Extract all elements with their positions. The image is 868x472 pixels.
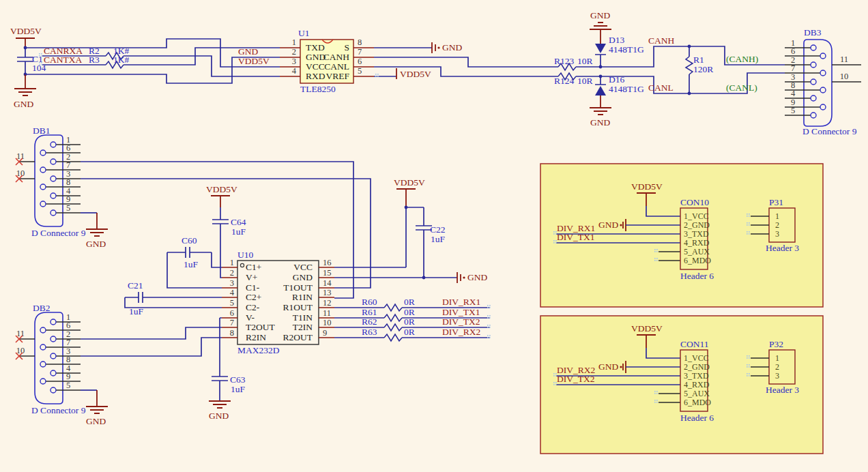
designator: R123 [554, 56, 575, 66]
pin-number: 6 [66, 321, 70, 330]
power-label: GND [14, 99, 33, 109]
pin-number: 6 [791, 46, 795, 56]
designator: R61 [362, 307, 377, 317]
svg-text:C2+: C2+ [246, 292, 261, 302]
connector-type: D Connector 9 [31, 228, 86, 238]
pin-number: 1 [230, 258, 234, 267]
net-label: DIV_RX1 [442, 297, 480, 307]
designator: R62 [362, 316, 377, 327]
connector-type: D Connector 9 [802, 126, 857, 136]
pin-number: 9 [66, 372, 70, 381]
value: 120R [693, 64, 713, 74]
pin-name: 2 [775, 362, 779, 372]
net-label: CANH [648, 35, 675, 46]
capacitor-c22[interactable]: C22 1uF [430, 224, 446, 244]
pin-number: 7 [358, 47, 362, 57]
designator: C63 [230, 374, 246, 385]
pin-name: VCC [306, 61, 325, 72]
pin-name: CANL [324, 61, 349, 72]
pin-name: VREF [326, 71, 349, 81]
pin-number: 4 [230, 288, 235, 297]
power-label: GND [590, 10, 610, 20]
pin-number: 10 [323, 318, 332, 327]
pin-number: 1 [292, 38, 296, 47]
value: 0R [404, 316, 415, 327]
svg-text:T1OUT: T1OUT [283, 282, 313, 293]
pin-number: 6 [358, 57, 362, 66]
schematic-drawing: VDD5V C1 104 GND CANRXA CANTXA R2 1K# R3… [0, 0, 868, 472]
power-label: GND [598, 220, 618, 230]
pin-number: 3 [292, 57, 296, 66]
net-label: VDD5V [238, 56, 270, 66]
pin-number: 5 [230, 298, 234, 308]
pin-name: 3 [775, 229, 779, 239]
designator: P32 [769, 339, 783, 349]
designator: C21 [128, 280, 143, 291]
pin-number: 9 [66, 194, 70, 204]
svg-text:T2IN: T2IN [293, 322, 313, 332]
designator: CON11 [680, 339, 709, 349]
pin-number: 6 [230, 308, 234, 318]
power-label: VDD5V [631, 323, 663, 334]
pin-name: 1_VCC [684, 353, 709, 363]
pin-number: 2 [230, 268, 234, 278]
pin-number: 16 [323, 258, 332, 267]
part-number: MAX232D [237, 345, 280, 355]
pin-name: S [344, 42, 349, 53]
pin-number: 14 [323, 278, 332, 288]
pin-number: 8 [230, 328, 234, 338]
svg-text:GND: GND [293, 272, 313, 282]
pin-name: 2_GND [684, 362, 710, 372]
designator: U1 [298, 28, 310, 38]
power-label: GND [86, 239, 106, 249]
pin-number: 12 [323, 298, 332, 308]
svg-text:V+: V+ [246, 272, 257, 282]
designator: C64 [231, 217, 246, 227]
pin-number: 13 [323, 288, 332, 297]
pin-name: 3_TXD [684, 229, 709, 239]
pin-name: 2 [775, 220, 779, 230]
designator: C22 [430, 224, 446, 235]
value: 1uF [431, 234, 446, 244]
net-label: DIV_RX2 [442, 327, 480, 337]
schematic-sheet: VDD5V C1 104 GND CANRXA CANTXA R2 1K# R3… [0, 0, 868, 472]
pin-number: 9 [323, 328, 327, 338]
net-label: DIV_TX1 [557, 232, 595, 242]
svg-text:VCC: VCC [293, 262, 313, 272]
pin-number: 7 [66, 338, 70, 347]
pin-number: 2 [292, 47, 296, 57]
power-label: GND [598, 362, 618, 372]
designator: DB2 [33, 303, 50, 313]
part-number: TLE8250 [300, 84, 336, 94]
pin-number: 5 [358, 66, 362, 76]
value: 0R [404, 327, 415, 337]
net-label: DIV_TX1 [442, 307, 480, 317]
net-label: CANL [648, 83, 674, 93]
pin-number: 8 [358, 38, 362, 47]
pin-name: 1 [775, 211, 779, 221]
value: 1uF [231, 384, 246, 394]
power-label: GND [590, 117, 610, 128]
value: 1uF [231, 226, 246, 237]
pin-number: 11 [323, 308, 331, 318]
svg-text:R2OUT: R2OUT [283, 332, 313, 342]
power-label: GND [86, 416, 106, 426]
power-label: VDD5V [631, 181, 663, 192]
pin-name: 2_GND [684, 220, 710, 230]
junction-dot [599, 75, 603, 78]
pin-number: 5 [66, 381, 70, 390]
pin-name: RXD [306, 71, 326, 81]
power-label: GND [209, 411, 229, 421]
svg-text:C1-: C1- [246, 282, 260, 293]
pin-number: 4 [791, 89, 796, 98]
designator: D16 [609, 74, 624, 85]
pin-name: 5_AUX [684, 247, 710, 256]
net-label-canh-port: (CANH) [726, 54, 758, 64]
header-type: Header 6 [680, 413, 714, 423]
pin-name: 1_VCC [684, 211, 709, 221]
designator: CON10 [680, 197, 709, 207]
net-label: GND [238, 46, 258, 57]
connector-type: D Connector 9 [31, 405, 86, 415]
pin-name: TXD [306, 42, 325, 53]
power-label: GND [467, 272, 487, 282]
